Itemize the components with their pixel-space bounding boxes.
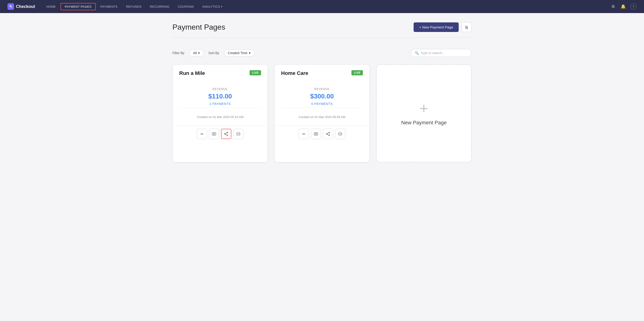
svg-line-16 bbox=[327, 133, 329, 134]
payments-count-home-care[interactable]: 6 PAYMENTS bbox=[281, 102, 363, 106]
filter-options-button[interactable]: ⧎ bbox=[462, 22, 472, 32]
search-input[interactable] bbox=[420, 51, 468, 55]
card-body-run-a-mile: Run a Mile LIVE REVENUE $110.00 2 PAYMEN… bbox=[173, 65, 268, 125]
edit-button-run-a-mile[interactable]: ✏ bbox=[197, 129, 207, 139]
analytics-chevron-icon: ▾ bbox=[221, 5, 223, 8]
svg-point-1 bbox=[213, 133, 215, 135]
svg-point-14 bbox=[326, 134, 327, 134]
nav-item-coupons[interactable]: COUPONS bbox=[174, 3, 198, 10]
navbar: ✎ Checkout HOME PAYMENT PAGES PAYMENTS R… bbox=[0, 0, 644, 13]
page-content: Payment Pages + New Payment Page ⧎ Filte… bbox=[158, 13, 486, 172]
edit-button-home-care[interactable]: ✏ bbox=[299, 129, 309, 139]
nav-items: HOME PAYMENT PAGES PAYMENTS REFUNDS RECU… bbox=[42, 3, 608, 10]
nav-item-home[interactable]: HOME bbox=[42, 3, 60, 10]
filter-chevron-icon: ▾ bbox=[198, 51, 200, 55]
filter-by-select[interactable]: All ▾ bbox=[189, 49, 204, 56]
search-icon: 🔍 bbox=[415, 51, 419, 55]
status-badge-home-care: LIVE bbox=[352, 70, 363, 75]
svg-point-15 bbox=[329, 135, 330, 136]
help-button[interactable]: ? bbox=[630, 3, 636, 9]
nav-item-payments[interactable]: PAYMENTS bbox=[97, 3, 122, 10]
nav-right: ⚙ 🔔 ? bbox=[610, 3, 636, 10]
card-created-run-a-mile: Created on 01 Mar 2024 05:10 AM bbox=[179, 112, 261, 119]
filter-by-label: Filter By bbox=[172, 51, 184, 55]
revenue-amount-home-care: $300.00 bbox=[281, 93, 363, 100]
svg-point-12 bbox=[315, 133, 317, 135]
svg-point-7 bbox=[237, 134, 238, 134]
revenue-amount-run-a-mile: $110.00 bbox=[179, 93, 261, 100]
payments-count-run-a-mile[interactable]: 2 PAYMENTS bbox=[179, 102, 261, 106]
svg-point-13 bbox=[329, 132, 330, 133]
more-button-run-a-mile[interactable] bbox=[233, 129, 244, 139]
share-button-run-a-mile[interactable] bbox=[221, 129, 231, 139]
revenue-label-home-care: REVENUE bbox=[281, 87, 363, 91]
svg-line-6 bbox=[225, 134, 227, 135]
svg-line-5 bbox=[225, 133, 227, 134]
sort-chevron-icon: ▾ bbox=[249, 51, 250, 55]
svg-point-19 bbox=[340, 134, 341, 134]
brand-name: Checkout bbox=[16, 4, 35, 9]
svg-point-2 bbox=[227, 132, 228, 133]
new-payment-page-button[interactable]: + New Payment Page bbox=[414, 22, 459, 32]
header-actions: + New Payment Page ⧎ bbox=[414, 22, 472, 32]
svg-point-18 bbox=[339, 134, 340, 134]
new-card-label: New Payment Page bbox=[401, 120, 446, 126]
nav-item-payment-pages[interactable]: PAYMENT PAGES bbox=[60, 3, 96, 10]
new-payment-page-card[interactable]: + New Payment Page bbox=[376, 64, 472, 162]
cards-grid: Run a Mile LIVE REVENUE $110.00 2 PAYMEN… bbox=[172, 64, 472, 162]
svg-point-20 bbox=[341, 134, 342, 134]
svg-line-17 bbox=[327, 134, 329, 135]
svg-point-3 bbox=[224, 134, 225, 134]
sort-by-select[interactable]: Created Time ▾ bbox=[224, 49, 254, 56]
svg-point-9 bbox=[239, 134, 240, 134]
payment-card-run-a-mile: Run a Mile LIVE REVENUE $110.00 2 PAYMEN… bbox=[172, 64, 268, 162]
card-title-run-a-mile: Run a Mile bbox=[179, 70, 205, 76]
page-title: Payment Pages bbox=[172, 23, 225, 31]
nav-item-refunds[interactable]: REFUNDS bbox=[122, 3, 145, 10]
nav-item-recurring[interactable]: RECURRING bbox=[146, 3, 173, 10]
sort-by-label: Sort By bbox=[208, 51, 219, 55]
svg-point-4 bbox=[227, 135, 228, 136]
card-created-home-care: Created on 01 Mar 2024 06:49 AM bbox=[281, 112, 363, 119]
view-button-run-a-mile[interactable] bbox=[209, 129, 219, 139]
revenue-label-run-a-mile: REVENUE bbox=[179, 87, 261, 91]
view-button-home-care[interactable] bbox=[311, 129, 321, 139]
card-body-home-care: Home Care LIVE REVENUE $300.00 6 PAYMENT… bbox=[274, 65, 370, 125]
svg-point-0 bbox=[212, 132, 216, 136]
brand-icon: ✎ bbox=[8, 3, 14, 10]
notifications-button[interactable]: 🔔 bbox=[620, 3, 627, 10]
settings-button[interactable]: ⚙ bbox=[610, 3, 616, 10]
card-actions-run-a-mile: ✏ bbox=[173, 125, 268, 142]
card-actions-home-care: ✏ bbox=[274, 125, 370, 142]
filter-bar: Filter By All ▾ Sort By Created Time ▾ 🔍 bbox=[172, 49, 472, 57]
svg-point-8 bbox=[238, 134, 239, 134]
card-title-home-care: Home Care bbox=[281, 70, 308, 76]
search-box: 🔍 bbox=[411, 49, 472, 57]
share-button-home-care[interactable] bbox=[323, 129, 333, 139]
more-button-home-care[interactable] bbox=[335, 129, 345, 139]
payment-card-home-care: Home Care LIVE REVENUE $300.00 6 PAYMENT… bbox=[274, 64, 370, 162]
plus-icon: + bbox=[420, 101, 428, 116]
svg-point-11 bbox=[314, 132, 318, 136]
brand-logo[interactable]: ✎ Checkout bbox=[8, 3, 35, 10]
nav-item-analytics[interactable]: ANALYTICS ▾ bbox=[198, 3, 226, 10]
status-badge-run-a-mile: LIVE bbox=[250, 70, 261, 75]
page-header: Payment Pages + New Payment Page ⧎ bbox=[172, 22, 472, 38]
